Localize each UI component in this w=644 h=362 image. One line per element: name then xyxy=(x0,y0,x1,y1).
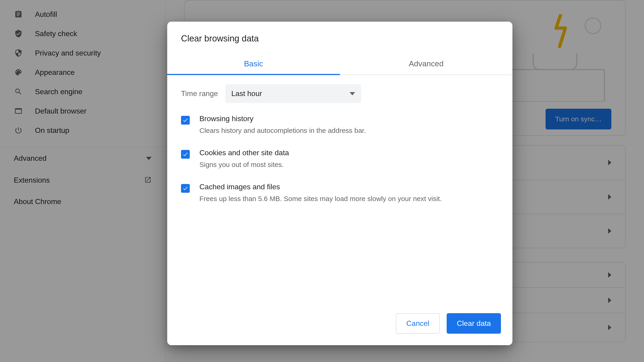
cancel-button[interactable]: Cancel xyxy=(396,313,440,334)
option-title: Browsing history xyxy=(200,114,499,123)
option-text: Cookies and other site data Signs you ou… xyxy=(200,148,499,170)
dialog-tabs: Basic Advanced xyxy=(167,53,512,75)
option-cookies: Cookies and other site data Signs you ou… xyxy=(181,148,499,170)
option-text: Browsing history Clears history and auto… xyxy=(200,114,499,136)
option-browsing-history: Browsing history Clears history and auto… xyxy=(181,114,499,136)
tab-basic[interactable]: Basic xyxy=(167,53,340,75)
option-desc: Frees up less than 5.6 MB. Some sites ma… xyxy=(200,194,499,204)
clear-data-button[interactable]: Clear data xyxy=(447,313,501,334)
checkbox-browsing-history[interactable] xyxy=(181,116,190,125)
clear-data-button-label: Clear data xyxy=(457,319,491,327)
cancel-button-label: Cancel xyxy=(406,319,430,327)
option-cache: Cached images and files Frees up less th… xyxy=(181,183,499,204)
clear-browsing-data-dialog: Clear browsing data Basic Advanced Time … xyxy=(167,22,512,345)
option-text: Cached images and files Frees up less th… xyxy=(200,183,499,204)
time-range-value: Last hour xyxy=(232,89,262,98)
tab-advanced[interactable]: Advanced xyxy=(340,53,513,75)
chevron-down-icon xyxy=(350,92,355,95)
option-desc: Signs you out of most sites. xyxy=(200,159,499,170)
time-range-select[interactable]: Last hour xyxy=(226,84,361,103)
time-range-row: Time range Last hour xyxy=(181,84,499,103)
time-range-label: Time range xyxy=(181,89,218,98)
option-desc: Clears history and autocompletions in th… xyxy=(200,125,499,136)
dialog-footer: Cancel Clear data xyxy=(167,304,512,345)
option-title: Cached images and files xyxy=(200,183,499,191)
checkbox-cookies[interactable] xyxy=(181,150,190,159)
dialog-title: Clear browsing data xyxy=(167,22,512,53)
option-title: Cookies and other site data xyxy=(200,148,499,157)
tab-basic-label: Basic xyxy=(244,59,263,68)
checkbox-cache[interactable] xyxy=(181,184,190,193)
tab-advanced-label: Advanced xyxy=(409,59,444,68)
dialog-body: Time range Last hour Browsing history Cl… xyxy=(167,75,512,304)
